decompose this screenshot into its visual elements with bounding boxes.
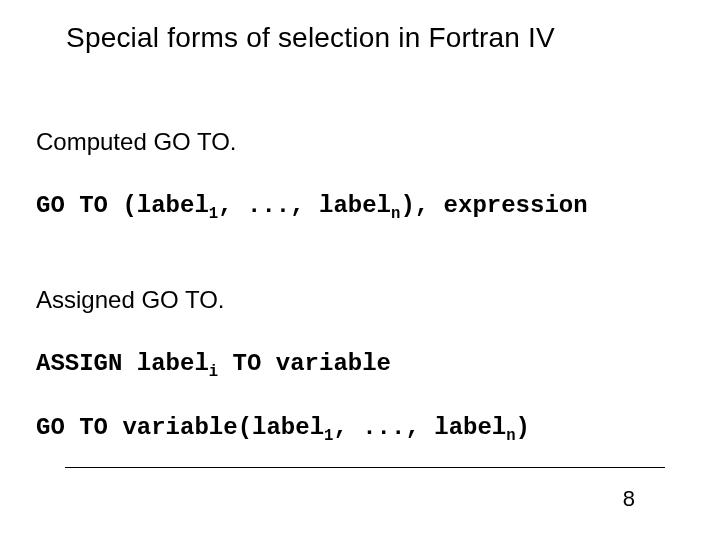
code-text: TO variable <box>218 350 391 377</box>
section-heading-assigned: Assigned GO TO. <box>36 286 225 314</box>
subscript-n: n <box>506 427 515 445</box>
subscript-1: 1 <box>324 427 333 445</box>
slide-title: Special forms of selection in Fortran IV <box>66 22 555 54</box>
subscript-i: i <box>209 363 218 381</box>
page-number: 8 <box>623 486 635 512</box>
code-computed-goto: GO TO (label1, ..., labeln), expression <box>36 192 588 219</box>
subscript-1: 1 <box>209 205 218 223</box>
code-assigned-goto: GO TO variable(label1, ..., labeln) <box>36 414 530 441</box>
code-text: , ..., label <box>218 192 391 219</box>
slide: Special forms of selection in Fortran IV… <box>0 0 720 540</box>
code-text: GO TO (label <box>36 192 209 219</box>
code-text: ), expression <box>400 192 587 219</box>
subscript-n: n <box>391 205 400 223</box>
code-assign: ASSIGN labeli TO variable <box>36 350 391 377</box>
code-text: GO TO variable(label <box>36 414 324 441</box>
code-text: , ..., label <box>333 414 506 441</box>
code-text: ASSIGN label <box>36 350 209 377</box>
section-heading-computed: Computed GO TO. <box>36 128 237 156</box>
horizontal-rule <box>65 467 665 468</box>
code-text: ) <box>516 414 530 441</box>
